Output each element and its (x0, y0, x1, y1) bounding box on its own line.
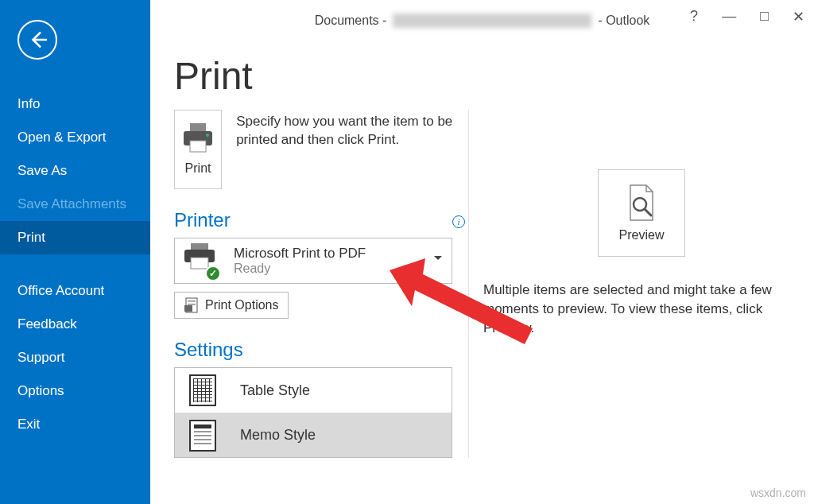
sidebar-item-save-attachments: Save Attachments (0, 188, 150, 221)
back-button[interactable] (17, 20, 57, 60)
preview-button[interactable]: Preview (598, 169, 685, 257)
memo-style-icon (189, 420, 216, 452)
window-controls: ? — □ ✕ (690, 8, 804, 25)
sidebar-item-open-export[interactable]: Open & Export (0, 121, 150, 154)
print-button[interactable]: Print (174, 110, 222, 189)
title-prefix: Documents - (315, 14, 387, 28)
print-options-icon (184, 297, 199, 313)
backstage-sidebar: Info Open & Export Save As Save Attachme… (0, 0, 150, 504)
settings-table-style[interactable]: Table Style (175, 368, 452, 413)
sidebar-item-print[interactable]: Print (0, 221, 150, 254)
chevron-down-icon (434, 256, 442, 260)
print-options-label: Print Options (205, 298, 278, 312)
help-button[interactable]: ? (690, 8, 698, 25)
svg-point-3 (206, 134, 209, 137)
svg-rect-6 (191, 258, 208, 269)
settings-section-header: Settings (174, 339, 468, 361)
back-arrow-icon (27, 29, 48, 50)
print-instruction: Specify how you want the item to be prin… (236, 110, 468, 149)
printer-name: Microsoft Print to PDF (234, 246, 366, 262)
settings-item-label: Table Style (240, 382, 310, 399)
svg-rect-0 (190, 123, 206, 131)
print-options-button[interactable]: Print Options (174, 292, 289, 319)
sidebar-item-support[interactable]: Support (0, 341, 150, 374)
svg-rect-2 (190, 141, 206, 152)
title-redacted (393, 14, 591, 28)
printer-info-icon[interactable]: i (452, 215, 465, 228)
svg-rect-8 (188, 300, 196, 302)
printer-section-label: Printer (174, 209, 231, 231)
printer-ready-icon: ✓ (181, 242, 219, 280)
close-button[interactable]: ✕ (793, 8, 804, 25)
maximize-button[interactable]: □ (760, 8, 769, 25)
print-button-label: Print (185, 161, 211, 176)
main-content: Print Print Specify how you want the ite… (150, 40, 814, 504)
check-icon: ✓ (205, 266, 221, 281)
printer-status: Ready (234, 262, 366, 276)
svg-rect-4 (191, 243, 208, 250)
svg-rect-10 (184, 305, 192, 312)
sidebar-item-options[interactable]: Options (0, 374, 150, 408)
table-style-icon (189, 374, 216, 406)
preview-message: Multiple items are selected and might ta… (483, 281, 800, 337)
printer-selector[interactable]: ✓ Microsoft Print to PDF Ready (174, 238, 452, 284)
settings-memo-style[interactable]: Memo Style (175, 413, 452, 457)
printer-section-header: Printer i (174, 209, 468, 231)
settings-item-label: Memo Style (240, 427, 316, 444)
page-title: Print (174, 54, 814, 98)
title-suffix: - Outlook (598, 14, 649, 28)
sidebar-item-info[interactable]: Info (0, 87, 150, 121)
sidebar-item-office-account[interactable]: Office Account (0, 274, 150, 308)
sidebar-item-save-as[interactable]: Save As (0, 154, 150, 188)
svg-rect-9 (188, 304, 196, 305)
printer-icon (179, 123, 217, 155)
sidebar-item-feedback[interactable]: Feedback (0, 308, 150, 341)
minimize-button[interactable]: — (722, 8, 736, 25)
watermark: wsxdn.com (750, 487, 806, 499)
settings-list: Table Style Memo Style (174, 367, 452, 458)
preview-button-label: Preview (619, 228, 665, 242)
preview-icon (626, 184, 657, 222)
settings-section-label: Settings (174, 339, 243, 360)
sidebar-item-exit[interactable]: Exit (0, 408, 150, 441)
